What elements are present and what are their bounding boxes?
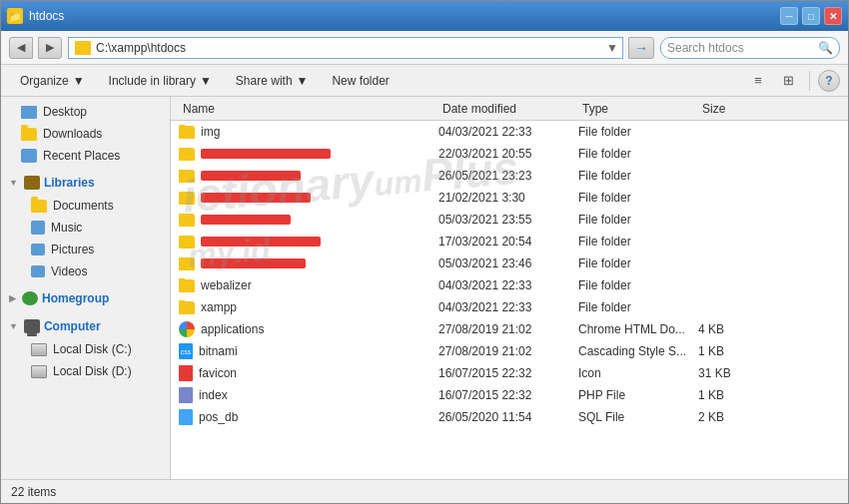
file-name: bitnami [199,344,238,358]
file-row[interactable]: css bitnami 27/08/2019 21:02 Cascading S… [171,340,848,362]
folder-icon [179,192,195,205]
toolbar-right: ≡ ⊞ ? [745,70,840,92]
file-date: 26/05/2020 11:54 [438,410,578,424]
forward-button[interactable]: ▶ [38,37,62,59]
file-date: 16/07/2015 22:32 [438,388,578,402]
help-button[interactable]: ? [818,70,840,92]
sidebar-pictures-label: Pictures [51,243,94,256]
close-button[interactable]: ✕ [824,7,842,25]
file-row[interactable]: 22/03/2021 20:55 File folder [171,143,848,165]
folder-icon [179,214,195,227]
homegroup-header[interactable]: ▶ Homegroup [1,286,170,310]
sidebar-item-pictures[interactable]: Pictures [1,239,170,260]
file-type: PHP File [578,388,698,402]
file-row[interactable]: applications 27/08/2019 21:02 Chrome HTM… [171,318,848,340]
go-button[interactable]: → [628,37,654,59]
title-bar-controls: ─ □ ✕ [780,7,842,25]
new-folder-button[interactable]: New folder [321,68,400,94]
favorites-section: Desktop Downloads Recent Places [1,101,170,167]
computer-section: ▼ Computer Local Disk (C:) Local Disk (D… [1,314,170,382]
redacted-name [201,171,301,181]
file-row[interactable]: index 16/07/2015 22:32 PHP File 1 KB [171,384,848,406]
file-row[interactable]: webalizer 04/03/2021 22:33 File folder [171,274,848,296]
libraries-header[interactable]: ▼ Libraries [1,171,170,195]
redacted-name [201,258,306,268]
file-row[interactable]: 26/05/2021 23:23 File folder [171,165,848,187]
folder-icon [179,236,195,249]
redacted-name [201,149,331,159]
address-dropdown-icon[interactable]: ▼ [606,41,618,55]
file-panel: Name Date modified Type Size img 04/03/2… [171,97,848,479]
folder-icon [179,148,195,161]
homegroup-icon [22,291,38,305]
file-name-cell [179,192,438,205]
file-name: img [201,125,220,139]
sidebar-item-documents[interactable]: Documents [1,195,170,217]
file-name-cell [179,170,438,183]
title-bar: 📁 htdocs ─ □ ✕ [1,1,848,31]
file-list[interactable]: img 04/03/2021 22:33 File folder 22/03/2… [171,121,848,479]
address-bar: ◀ ▶ C:\xampp\htdocs ▼ → Search htdocs 🔍 [1,31,848,65]
col-header-name[interactable]: Name [179,102,438,116]
file-date: 27/08/2019 21:02 [438,344,578,358]
col-header-size[interactable]: Size [698,102,758,116]
toolbar: Organize ▼ Include in library ▼ Share wi… [1,65,848,97]
file-name: webalizer [201,278,252,292]
file-type: File folder [578,147,698,161]
file-date: 26/05/2021 23:23 [438,169,578,183]
file-date: 04/03/2021 22:33 [438,278,578,292]
file-row[interactable]: xampp 04/03/2021 22:33 File folder [171,296,848,318]
file-name-cell [179,236,438,249]
redacted-name [201,193,311,203]
drive-c-icon [31,343,47,356]
maximize-button[interactable]: □ [802,7,820,25]
sidebar-item-desktop[interactable]: Desktop [1,101,170,123]
file-row[interactable]: 05/03/2021 23:55 File folder [171,209,848,231]
main-content: Desktop Downloads Recent Places ▼ Librar… [1,97,848,479]
col-header-date[interactable]: Date modified [438,102,578,116]
back-button[interactable]: ◀ [9,37,33,59]
php-icon [179,387,193,403]
file-row[interactable]: 21/02/2021 3:30 File folder [171,187,848,209]
file-row[interactable]: img 04/03/2021 22:33 File folder [171,121,848,143]
homegroup-collapse-icon: ▶ [9,293,16,303]
sidebar-drive-c-label: Local Disk (C:) [53,342,132,356]
include-library-button[interactable]: Include in library ▼ [98,68,223,94]
sidebar-item-local-disk-d[interactable]: Local Disk (D:) [1,360,170,382]
minimize-button[interactable]: ─ [780,7,798,25]
file-type: File folder [578,300,698,314]
sidebar: Desktop Downloads Recent Places ▼ Librar… [1,97,171,479]
chrome-icon [179,321,195,337]
share-with-button[interactable]: Share with ▼ [225,68,320,94]
include-label: Include in library [109,74,196,88]
redacted-name [201,215,291,225]
computer-header[interactable]: ▼ Computer [1,314,170,338]
sidebar-item-recent-places[interactable]: Recent Places [1,145,170,167]
homegroup-label: Homegroup [42,291,109,305]
file-row[interactable]: favicon 16/07/2015 22:32 Icon 31 KB [171,362,848,384]
search-icon[interactable]: 🔍 [818,41,833,55]
file-row[interactable]: 17/03/2021 20:54 File folder [171,231,848,252]
downloads-icon [21,128,37,141]
file-type: SQL File [578,410,698,424]
search-box[interactable]: Search htdocs 🔍 [660,37,840,59]
explorer-window: 📁 htdocs ─ □ ✕ ◀ ▶ C:\xampp\htdocs ▼ → S… [0,0,849,504]
sidebar-item-local-disk-c[interactable]: Local Disk (C:) [1,338,170,360]
sidebar-item-downloads[interactable]: Downloads [1,123,170,145]
computer-icon [24,319,40,333]
file-row[interactable]: pos_db 26/05/2020 11:54 SQL File 2 KB [171,406,848,428]
address-field[interactable]: C:\xampp\htdocs ▼ [68,37,623,59]
file-size: 1 KB [698,344,758,358]
window-title: htdocs [29,9,64,23]
file-row[interactable]: 05/03/2021 23:46 File folder [171,252,848,274]
view-details-button[interactable]: ≡ [745,70,771,92]
file-name-cell: css bitnami [179,343,438,359]
file-name-cell [179,148,438,161]
organize-button[interactable]: Organize ▼ [9,68,96,94]
item-count: 22 items [11,485,56,499]
sidebar-item-music[interactable]: Music [1,217,170,239]
sidebar-item-videos[interactable]: Videos [1,260,170,282]
file-date: 05/03/2021 23:46 [438,256,578,270]
view-preview-button[interactable]: ⊞ [775,70,801,92]
col-header-type[interactable]: Type [578,102,698,116]
